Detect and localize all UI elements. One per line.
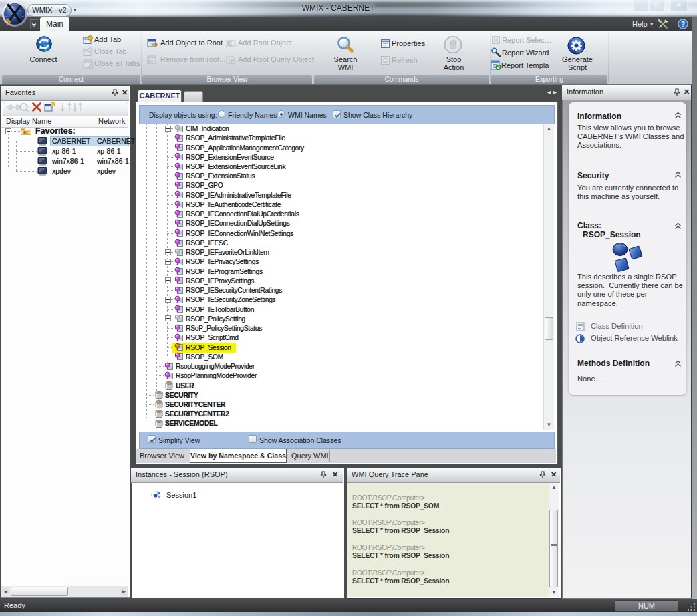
svg-text:?: ? [681, 21, 685, 28]
